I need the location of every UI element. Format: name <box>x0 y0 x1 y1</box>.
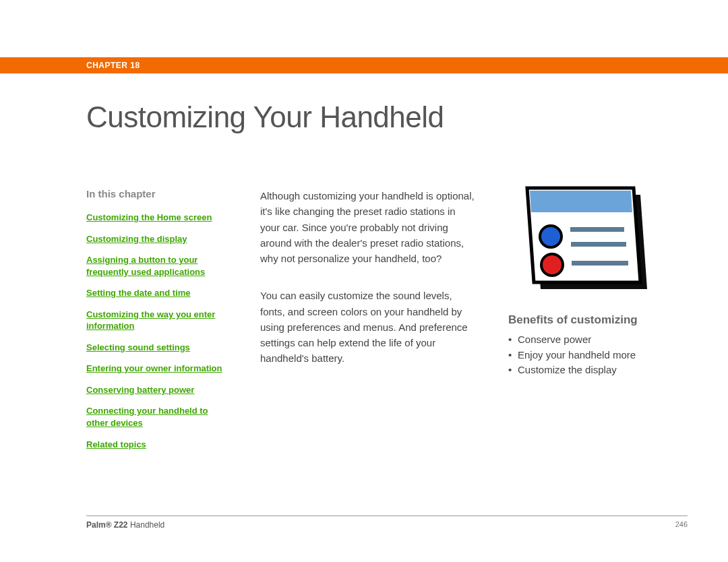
footer-page-number: 246 <box>675 520 688 530</box>
link-customizing-home-screen[interactable]: Customizing the Home screen <box>86 212 228 224</box>
link-owner-information[interactable]: Entering your owner information <box>86 363 228 375</box>
page-title: Customizing Your Handheld <box>86 100 728 134</box>
body-column: Although customizing your handheld is op… <box>260 188 476 460</box>
benefit-item: Enjoy your handheld more <box>508 348 688 363</box>
sidebar-in-this-chapter: In this chapter Customizing the Home scr… <box>86 188 228 460</box>
svg-point-3 <box>540 226 562 247</box>
svg-rect-7 <box>572 261 628 266</box>
link-customizing-entry[interactable]: Customizing the way you enter informatio… <box>86 309 228 332</box>
svg-point-4 <box>541 254 563 276</box>
intro-paragraph-1: Although customizing your handheld is op… <box>260 188 476 266</box>
sidebar-heading: In this chapter <box>86 188 228 199</box>
preferences-illustration-icon <box>514 180 688 297</box>
intro-paragraph-2: You can easily customize the sound level… <box>260 288 476 366</box>
link-customizing-display[interactable]: Customizing the display <box>86 233 228 245</box>
benefits-heading: Benefits of customizing <box>508 313 688 327</box>
link-connecting-devices[interactable]: Connecting your handheld to other device… <box>86 405 228 429</box>
svg-rect-5 <box>570 227 624 232</box>
page-footer: Palm® Z22 Handheld 246 <box>86 516 688 530</box>
footer-product: Palm® Z22 Handheld <box>86 520 164 530</box>
link-assigning-button[interactable]: Assigning a button to your frequently us… <box>86 254 228 278</box>
link-conserving-battery[interactable]: Conserving battery power <box>86 384 228 396</box>
content-columns: In this chapter Customizing the Home scr… <box>86 188 728 460</box>
footer-product-suffix: Handheld <box>128 520 165 530</box>
benefit-item: Customize the display <box>508 363 688 378</box>
link-related-topics[interactable]: Related topics <box>86 439 228 451</box>
right-column: Benefits of customizing Conserve power E… <box>508 188 688 460</box>
svg-marker-2 <box>530 191 632 212</box>
svg-rect-6 <box>571 242 626 247</box>
chapter-bar: CHAPTER 18 <box>0 57 728 73</box>
link-setting-date-time[interactable]: Setting the date and time <box>86 287 228 299</box>
link-sound-settings[interactable]: Selecting sound settings <box>86 342 228 354</box>
benefits-list: Conserve power Enjoy your handheld more … <box>508 332 688 378</box>
benefit-item: Conserve power <box>508 332 688 348</box>
footer-product-name: Palm® Z22 <box>86 520 128 530</box>
